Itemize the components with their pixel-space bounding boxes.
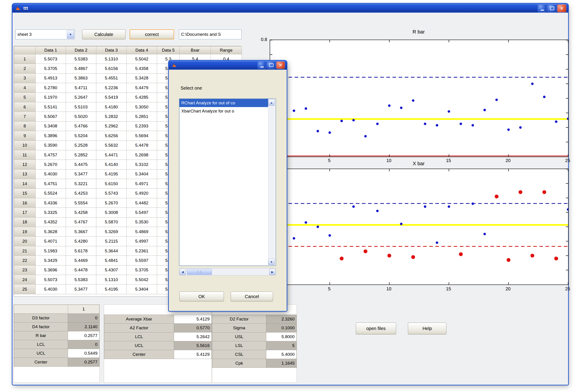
table-cell[interactable]: 5.4469: [66, 256, 96, 265]
dialog-listbox[interactable]: RChart Analyze for out of coXbarChart An…: [179, 98, 276, 266]
stat-value[interactable]: 5.4000: [266, 350, 296, 359]
stat-value[interactable]: 2.1140: [68, 322, 99, 331]
table-cell[interactable]: 5.4336: [36, 198, 66, 207]
table-cell[interactable]: 5.4479: [127, 83, 157, 93]
table-cell[interactable]: 5.3644: [96, 246, 127, 256]
table-cell[interactable]: 5.5383: [66, 54, 96, 64]
stat-value[interactable]: 5.2642: [174, 333, 212, 341]
table-cell[interactable]: 5.3404: [127, 169, 157, 179]
table-cell[interactable]: 5.5597: [127, 256, 157, 265]
table-cell[interactable]: 5.5204: [66, 131, 96, 141]
table-cell[interactable]: 5.3428: [127, 73, 157, 83]
sheet-select[interactable]: sheet 3 ▼: [15, 29, 75, 39]
minimize-button[interactable]: [538, 4, 547, 12]
table-cell[interactable]: 5.5067: [36, 112, 66, 121]
stat-value[interactable]: 5: [266, 341, 296, 350]
dialog-maximize-button[interactable]: [267, 62, 276, 69]
table-cell[interactable]: 5.4280: [66, 237, 96, 246]
table-cell[interactable]: 5.4071: [36, 237, 66, 246]
table-cell[interactable]: 5.3705: [127, 265, 157, 275]
table-cell[interactable]: 5.4253: [66, 188, 96, 198]
table-cell[interactable]: 5.1310: [96, 54, 127, 64]
table-cell[interactable]: 5.2780: [36, 83, 66, 93]
table-cell[interactable]: 5.3590: [36, 141, 66, 150]
ok-button[interactable]: OK: [180, 292, 224, 301]
table-cell[interactable]: 5.4258: [66, 208, 96, 217]
vertical-scrollbar[interactable]: ▲ ▼: [268, 99, 275, 265]
table-cell[interactable]: 5.1310: [96, 275, 127, 284]
table-cell[interactable]: 5.3325: [36, 208, 66, 217]
scroll-right-button[interactable]: ▶: [269, 269, 276, 275]
dialog-titlebar[interactable]: ✕: [169, 61, 287, 70]
stat-value[interactable]: 0.5449: [68, 349, 99, 358]
table-cell[interactable]: 5.3667: [66, 227, 96, 237]
path-field[interactable]: C:\Documents and S: [179, 29, 242, 39]
table-cell[interactable]: 5.5524: [36, 188, 66, 198]
table-cell[interactable]: 5.2236: [96, 83, 127, 93]
table-cell[interactable]: 5.5073: [36, 54, 66, 64]
table-cell[interactable]: 5.2670: [96, 198, 127, 207]
close-button[interactable]: ✕: [557, 4, 566, 12]
table-cell[interactable]: 5.4030: [36, 169, 66, 179]
table-cell[interactable]: 5.3221: [66, 179, 96, 188]
list-option[interactable]: RChart Analyze for out of co: [180, 99, 268, 107]
table-cell[interactable]: 5.4475: [66, 160, 96, 169]
table-cell[interactable]: 5.4030: [36, 284, 66, 294]
table-cell[interactable]: 5.5632: [96, 141, 127, 150]
table-cell[interactable]: 5.6150: [96, 179, 127, 188]
table-cell[interactable]: 5.2962: [96, 121, 127, 131]
table-cell[interactable]: 5.3696: [36, 265, 66, 275]
dialog-minimize-button[interactable]: [258, 62, 266, 69]
table-cell[interactable]: 5.3269: [96, 227, 127, 237]
table-cell[interactable]: 5.3429: [36, 256, 66, 265]
help-button[interactable]: Help: [408, 322, 446, 335]
table-cell[interactable]: 5.2647: [66, 93, 96, 102]
table-cell[interactable]: 5.1970: [36, 93, 66, 102]
table-cell[interactable]: 5.4195: [96, 284, 127, 294]
table-cell[interactable]: 5.5554: [66, 198, 96, 207]
table-cell[interactable]: 5.3408: [36, 121, 66, 131]
table-cell[interactable]: 5.4352: [36, 217, 66, 227]
table-cell[interactable]: 5.6178: [66, 246, 96, 256]
table-cell[interactable]: 5.2832: [96, 112, 127, 121]
cancel-button[interactable]: Cancel: [231, 292, 273, 301]
open-files-button[interactable]: open files: [356, 322, 396, 335]
table-cell[interactable]: 5.4180: [96, 102, 127, 112]
table-cell[interactable]: 5.4867: [66, 64, 96, 73]
scroll-up-button[interactable]: ▲: [268, 99, 275, 106]
table-cell[interactable]: 5.3404: [127, 284, 157, 294]
stat-value[interactable]: 1.1645: [266, 359, 296, 368]
table-cell[interactable]: 5.2851: [127, 112, 157, 121]
scroll-left-button[interactable]: ◀: [180, 269, 186, 275]
table-cell[interactable]: 5.5141: [36, 102, 66, 112]
table-cell[interactable]: 5.4711: [66, 83, 96, 93]
table-cell[interactable]: 5.2852: [66, 150, 96, 160]
table-cell[interactable]: 5.5694: [127, 131, 157, 141]
table-cell[interactable]: 5.3530: [127, 217, 157, 227]
table-cell[interactable]: 5.3628: [36, 227, 66, 237]
maximize-button[interactable]: [548, 4, 556, 12]
table-cell[interactable]: 5.2115: [96, 237, 127, 246]
scrollbar-thumb[interactable]: [187, 269, 212, 275]
table-cell[interactable]: 5.6156: [96, 64, 127, 73]
table-cell[interactable]: 5.5383: [66, 275, 96, 284]
table-cell[interactable]: 5.4482: [127, 198, 157, 207]
table-cell[interactable]: 5.5419: [96, 93, 127, 102]
table-cell[interactable]: 5.4471: [96, 150, 127, 160]
table-cell[interactable]: 5.4767: [66, 217, 96, 227]
table-cell[interactable]: 5.3477: [66, 169, 96, 179]
table-cell[interactable]: 5.3008: [96, 208, 127, 217]
table-cell[interactable]: 5.5103: [66, 102, 96, 112]
stat-value[interactable]: 5.4129: [174, 350, 212, 359]
list-option[interactable]: XbarChart Analyze for out o: [180, 107, 268, 115]
table-cell[interactable]: 5.2670: [36, 160, 66, 169]
table-cell[interactable]: 5.4307: [96, 265, 127, 275]
table-cell[interactable]: 5.4358: [127, 64, 157, 73]
table-cell[interactable]: 5.4140: [96, 160, 127, 169]
table-cell[interactable]: 5.5870: [96, 217, 127, 227]
table-cell[interactable]: 5.4869: [127, 227, 157, 237]
table-cell[interactable]: 5.1983: [36, 246, 66, 256]
main-titlebar[interactable]: ttt ✕: [12, 4, 568, 13]
scroll-down-button[interactable]: ▼: [268, 259, 275, 265]
sheet-select-arrow[interactable]: ▼: [67, 30, 74, 39]
